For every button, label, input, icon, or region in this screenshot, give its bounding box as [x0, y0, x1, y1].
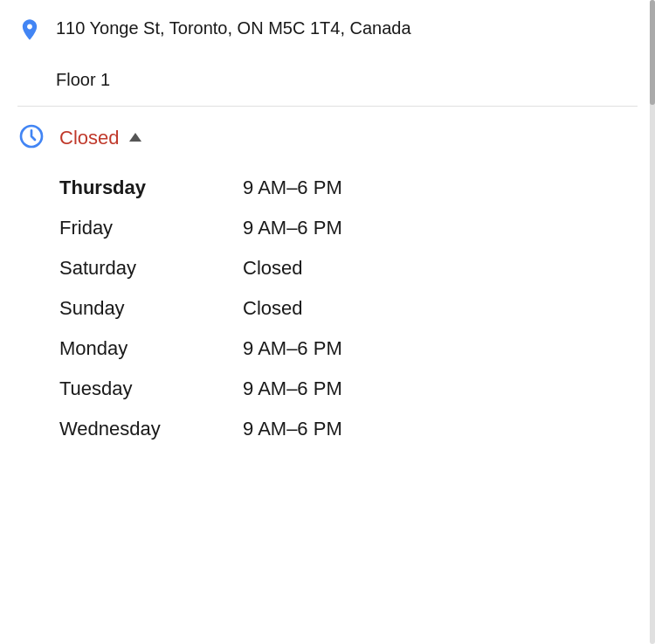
- day-name: Sunday: [59, 297, 243, 320]
- hours-row: Monday9 AM–6 PM: [59, 329, 638, 369]
- page-container: 110 Yonge St, Toronto, ON M5C 1T4, Canad…: [0, 0, 655, 465]
- day-name: Saturday: [59, 257, 243, 280]
- clock-icon: [17, 122, 45, 154]
- hours-row: SundayClosed: [59, 288, 638, 329]
- day-hours: Closed: [243, 257, 302, 280]
- floor-row: Floor 1: [0, 61, 655, 106]
- day-hours: 9 AM–6 PM: [243, 217, 342, 239]
- day-hours: Closed: [243, 297, 302, 320]
- chevron-up-icon: [129, 133, 141, 142]
- location-pin-icon: [17, 16, 42, 45]
- floor-text: Floor 1: [56, 70, 110, 89]
- hours-table: Thursday9 AM–6 PMFriday9 AM–6 PMSaturday…: [59, 168, 638, 449]
- hours-row: Wednesday9 AM–6 PM: [59, 409, 638, 449]
- day-hours: 9 AM–6 PM: [243, 177, 342, 199]
- day-name: Monday: [59, 337, 243, 360]
- hours-row: Friday9 AM–6 PM: [59, 208, 638, 248]
- hours-row: Tuesday9 AM–6 PM: [59, 369, 638, 409]
- closed-status-text: Closed: [59, 127, 119, 149]
- hours-section: Closed Thursday9 AM–6 PMFriday9 AM–6 PMS…: [0, 107, 655, 465]
- day-name: Wednesday: [59, 418, 243, 440]
- hours-status[interactable]: Closed: [59, 127, 141, 149]
- address-text: 110 Yonge St, Toronto, ON M5C 1T4, Canad…: [56, 16, 411, 40]
- scrollbar[interactable]: [650, 0, 655, 644]
- day-hours: 9 AM–6 PM: [243, 337, 342, 360]
- day-hours: 9 AM–6 PM: [243, 418, 342, 440]
- hours-header: Closed: [17, 122, 638, 154]
- hours-row: Thursday9 AM–6 PM: [59, 168, 638, 208]
- scrollbar-thumb[interactable]: [650, 0, 655, 105]
- hours-row: SaturdayClosed: [59, 248, 638, 288]
- day-name: Friday: [59, 217, 243, 239]
- day-name: Thursday: [59, 177, 243, 199]
- day-name: Tuesday: [59, 377, 243, 400]
- address-row: 110 Yonge St, Toronto, ON M5C 1T4, Canad…: [0, 0, 655, 61]
- day-hours: 9 AM–6 PM: [243, 377, 342, 400]
